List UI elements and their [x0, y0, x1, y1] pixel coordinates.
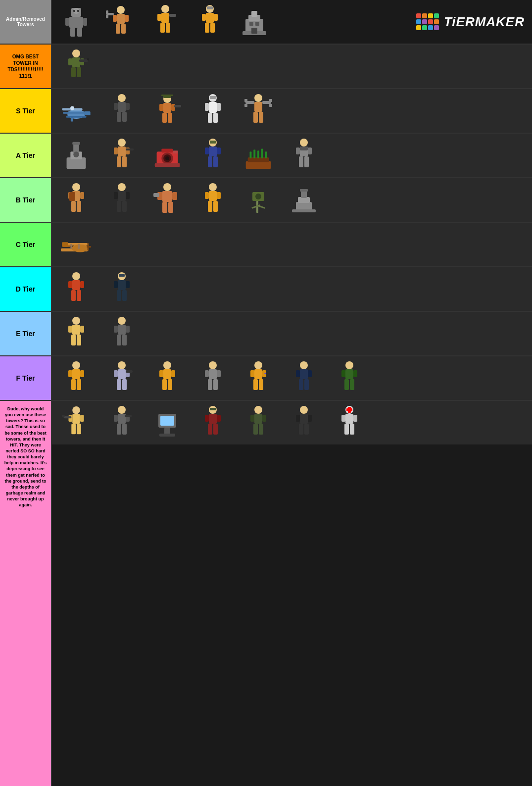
svg-rect-237: [353, 370, 357, 377]
svg-rect-110: [213, 156, 218, 167]
tower-icon: [241, 406, 276, 440]
svg-rect-226: [259, 379, 263, 390]
svg-rect-267: [254, 414, 262, 424]
svg-rect-151: [213, 201, 218, 212]
svg-rect-3: [83, 18, 87, 26]
svg-rect-58: [117, 112, 121, 122]
svg-rect-182: [122, 290, 127, 301]
svg-rect-241: [72, 414, 80, 424]
svg-rect-121: [296, 147, 300, 154]
svg-rect-273: [300, 414, 308, 424]
tower-icon: [59, 49, 94, 83]
svg-rect-175: [71, 290, 76, 301]
svg-rect-117: [261, 148, 263, 158]
tower-item: [54, 269, 98, 309]
svg-rect-232: [299, 379, 303, 390]
svg-rect-66: [162, 113, 167, 123]
tier-label-b: B Tier: [0, 178, 52, 222]
svg-rect-264: [213, 424, 218, 435]
svg-rect-102: [161, 148, 173, 152]
tower-item: [191, 91, 235, 131]
svg-rect-33: [251, 11, 257, 17]
svg-rect-207: [122, 379, 127, 390]
svg-rect-8: [77, 10, 79, 12]
svg-rect-68: [174, 105, 181, 107]
svg-rect-174: [80, 281, 84, 288]
svg-rect-109: [208, 156, 212, 167]
svg-rect-75: [210, 96, 216, 99]
svg-rect-23: [166, 23, 170, 33]
tower-icon: [332, 361, 367, 395]
svg-rect-199: [80, 370, 84, 377]
svg-rect-262: [217, 415, 221, 422]
tower-icon: [104, 317, 139, 350]
svg-rect-257: [164, 428, 170, 435]
tower-icon: [195, 139, 230, 172]
svg-point-240: [72, 406, 80, 414]
svg-rect-176: [77, 290, 81, 301]
svg-point-101: [165, 156, 169, 160]
svg-rect-149: [217, 192, 221, 199]
svg-rect-188: [71, 335, 76, 345]
svg-point-9: [117, 6, 125, 14]
tower-icon: [59, 272, 94, 306]
tower-icon: [59, 361, 94, 395]
tower-item: [282, 180, 326, 220]
tower-icon: [104, 406, 139, 440]
svg-rect-193: [126, 326, 130, 333]
tower-icon: [104, 139, 139, 172]
tier-row-omg: OMG BEST TOWER IN TDS!!!!!!!!!!1!!!! 111…: [0, 45, 532, 89]
svg-rect-160: [300, 189, 308, 192]
svg-rect-16: [106, 10, 108, 14]
tower-item: [191, 403, 235, 442]
tower-item: [54, 358, 98, 398]
svg-rect-194: [117, 335, 121, 345]
svg-rect-191: [118, 325, 126, 335]
svg-rect-216: [209, 369, 217, 379]
tower-icon: [195, 94, 230, 128]
svg-rect-181: [117, 290, 121, 301]
svg-rect-7: [73, 10, 75, 12]
svg-rect-261: [205, 415, 209, 422]
svg-rect-238: [344, 379, 349, 390]
tower-icon: -: [241, 361, 276, 395]
svg-rect-84: [253, 112, 258, 123]
svg-point-139: [163, 183, 171, 191]
svg-rect-246: [64, 416, 72, 418]
svg-rect-258: [159, 434, 175, 437]
svg-rect-62: [161, 95, 173, 96]
svg-rect-169: [70, 244, 72, 249]
svg-rect-150: [208, 201, 212, 212]
tower-item: [54, 91, 98, 131]
tier-content-omg: [52, 45, 532, 88]
svg-rect-236: [341, 370, 345, 377]
tier-label-c: C Tier: [0, 223, 52, 266]
tower-item: [191, 180, 235, 220]
svg-rect-28: [205, 23, 209, 33]
svg-rect-223: [250, 370, 254, 377]
svg-rect-180: [126, 281, 130, 288]
svg-rect-212: [171, 370, 175, 377]
svg-rect-282: [344, 424, 349, 435]
tower-item: -: [236, 358, 281, 398]
svg-rect-185: [72, 325, 80, 335]
tower-item: [54, 403, 98, 442]
svg-rect-112: [246, 161, 271, 169]
svg-rect-111: [210, 141, 216, 144]
tower-icon: [59, 139, 94, 172]
svg-point-54: [118, 94, 126, 102]
svg-rect-57: [126, 103, 130, 110]
svg-rect-125: [300, 147, 308, 150]
svg-point-248: [118, 406, 126, 414]
svg-rect-218: [217, 370, 221, 377]
svg-rect-244: [71, 424, 76, 434]
svg-rect-131: [71, 201, 76, 212]
svg-rect-198: [68, 370, 72, 377]
tower-icon: [237, 5, 272, 39]
tier-content-a: [52, 134, 532, 177]
tower-icon: [287, 183, 321, 217]
svg-rect-4: [70, 28, 75, 37]
tower-item: [145, 180, 190, 220]
svg-rect-108: [217, 147, 221, 154]
svg-rect-260: [209, 414, 217, 424]
